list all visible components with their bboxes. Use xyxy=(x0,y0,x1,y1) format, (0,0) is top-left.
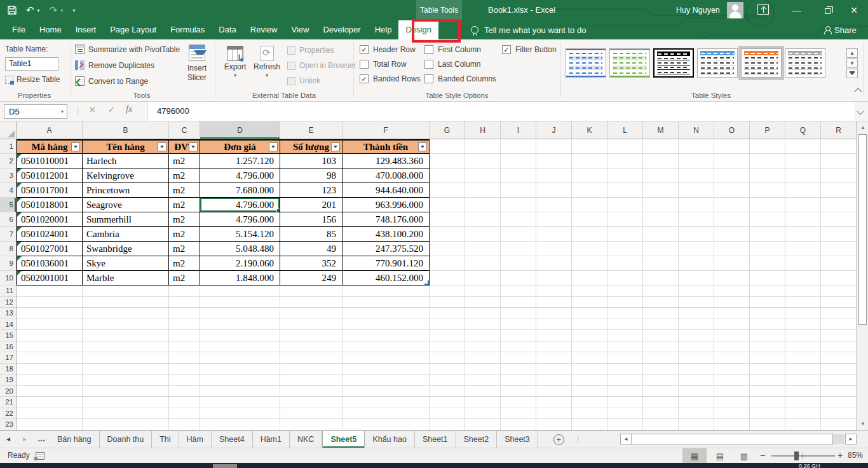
cell-P22[interactable] xyxy=(750,408,785,420)
cell-C18[interactable] xyxy=(169,364,200,375)
cell-K13[interactable] xyxy=(572,308,607,319)
cell-I2[interactable] xyxy=(501,154,536,169)
new-sheet-button[interactable]: + xyxy=(553,434,564,445)
cell-E10[interactable]: 249 xyxy=(280,271,342,286)
cell-Q19[interactable] xyxy=(785,375,821,386)
cell-D6[interactable]: 4.796.000 xyxy=(200,212,280,227)
row-header-3[interactable]: 3 xyxy=(0,169,17,183)
cell-H4[interactable] xyxy=(465,183,501,198)
cell-F19[interactable] xyxy=(342,375,430,386)
cell-O9[interactable] xyxy=(714,256,750,271)
cell-K2[interactable] xyxy=(572,154,607,169)
column-header-I[interactable]: I xyxy=(501,121,536,139)
cell-E7[interactable]: 85 xyxy=(280,227,342,242)
cell-E22[interactable] xyxy=(280,408,342,420)
cell-L3[interactable] xyxy=(607,169,643,183)
cell-G21[interactable] xyxy=(430,397,465,408)
remove-duplicates-button[interactable]: Remove Duplicates xyxy=(75,60,154,70)
cell-J13[interactable] xyxy=(536,308,572,319)
cell-K23[interactable] xyxy=(572,419,607,430)
column-header-K[interactable]: K xyxy=(572,121,607,139)
cell-O17[interactable] xyxy=(714,352,750,364)
cell-D13[interactable] xyxy=(200,308,280,319)
cell-M16[interactable] xyxy=(643,341,679,353)
cell-P17[interactable] xyxy=(750,352,785,364)
cell-P19[interactable] xyxy=(750,375,785,386)
sheet-tab-sheet3[interactable]: Sheet3 xyxy=(497,431,538,448)
sheet-nav-left-icon[interactable]: ◄ xyxy=(0,431,17,448)
cell-I6[interactable] xyxy=(501,212,536,227)
column-header-A[interactable]: A xyxy=(17,121,83,139)
cell-C21[interactable] xyxy=(169,397,200,408)
cell-Q14[interactable] xyxy=(785,319,821,331)
cell-Q5[interactable] xyxy=(785,198,821,212)
cell-B23[interactable] xyxy=(83,419,169,430)
cell-J19[interactable] xyxy=(536,375,572,386)
cell-H6[interactable] xyxy=(465,212,501,227)
cell-K19[interactable] xyxy=(572,375,607,386)
cell-J23[interactable] xyxy=(536,419,572,430)
cell-I21[interactable] xyxy=(501,397,536,408)
cell-A9[interactable]: 0501036001 xyxy=(17,256,83,271)
zoom-out-button[interactable]: − xyxy=(760,448,765,463)
cell-I16[interactable] xyxy=(501,341,536,353)
cell-R14[interactable] xyxy=(821,319,857,331)
cell-R17[interactable] xyxy=(821,352,857,364)
refresh-button[interactable]: Refresh ▾ xyxy=(252,46,282,78)
scroll-left-icon[interactable]: ◄ xyxy=(620,434,632,444)
cell-K17[interactable] xyxy=(572,352,607,364)
cell-C13[interactable] xyxy=(169,308,200,319)
column-header-H[interactable]: H xyxy=(465,121,501,139)
cell-Q15[interactable] xyxy=(785,330,821,341)
cell-M4[interactable] xyxy=(643,183,679,198)
cell-A18[interactable] xyxy=(17,364,83,375)
column-header-C[interactable]: C xyxy=(169,121,200,139)
cell-B22[interactable] xyxy=(83,408,169,420)
cell-A7[interactable]: 0501024001 xyxy=(17,227,83,242)
cell-L12[interactable] xyxy=(607,297,643,308)
insert-function-icon[interactable]: fx xyxy=(126,104,132,114)
cell-J20[interactable] xyxy=(536,386,572,397)
cell-M11[interactable] xyxy=(643,286,679,297)
cell-H7[interactable] xyxy=(465,227,501,242)
cell-B12[interactable] xyxy=(83,297,169,308)
cell-J6[interactable] xyxy=(536,212,572,227)
horizontal-scroll-track[interactable] xyxy=(833,434,844,444)
cell-F12[interactable] xyxy=(342,297,430,308)
cell-H13[interactable] xyxy=(465,308,501,319)
cell-K18[interactable] xyxy=(572,364,607,375)
cell-H20[interactable] xyxy=(465,386,501,397)
select-all-corner[interactable] xyxy=(0,121,17,139)
table-header-C1[interactable]: ĐVT xyxy=(169,139,200,154)
cell-A22[interactable] xyxy=(17,408,83,420)
cell-C12[interactable] xyxy=(169,297,200,308)
cell-B20[interactable] xyxy=(83,386,169,397)
cell-D16[interactable] xyxy=(200,341,280,353)
cell-J18[interactable] xyxy=(536,364,572,375)
ribbon-tab-file[interactable]: File xyxy=(5,20,32,39)
cell-I19[interactable] xyxy=(501,375,536,386)
cell-B4[interactable]: Princetown xyxy=(83,183,169,198)
cell-G12[interactable] xyxy=(430,297,465,308)
cell-P5[interactable] xyxy=(750,198,785,212)
cell-B2[interactable]: Harlech xyxy=(83,154,169,169)
table-style-medium-blue[interactable] xyxy=(697,48,738,78)
checkbox-last-column[interactable]: Last Column xyxy=(424,60,480,69)
cell-N13[interactable] xyxy=(679,308,714,319)
cell-C17[interactable] xyxy=(169,352,200,364)
cell-M22[interactable] xyxy=(643,408,679,420)
cell-R2[interactable] xyxy=(821,154,857,169)
cell-I13[interactable] xyxy=(501,308,536,319)
cell-A8[interactable]: 0501027001 xyxy=(17,242,83,256)
cell-N14[interactable] xyxy=(679,319,714,331)
cell-L23[interactable] xyxy=(607,419,643,430)
row-header-1[interactable]: 1 xyxy=(0,139,17,154)
cell-I17[interactable] xyxy=(501,352,536,364)
cell-I15[interactable] xyxy=(501,330,536,341)
cell-Q9[interactable] xyxy=(785,256,821,271)
page-layout-view-button[interactable]: ▤ xyxy=(708,448,732,464)
cell-O8[interactable] xyxy=(714,242,750,256)
cell-P9[interactable] xyxy=(750,256,785,271)
cell-D15[interactable] xyxy=(200,330,280,341)
cell-B19[interactable] xyxy=(83,375,169,386)
